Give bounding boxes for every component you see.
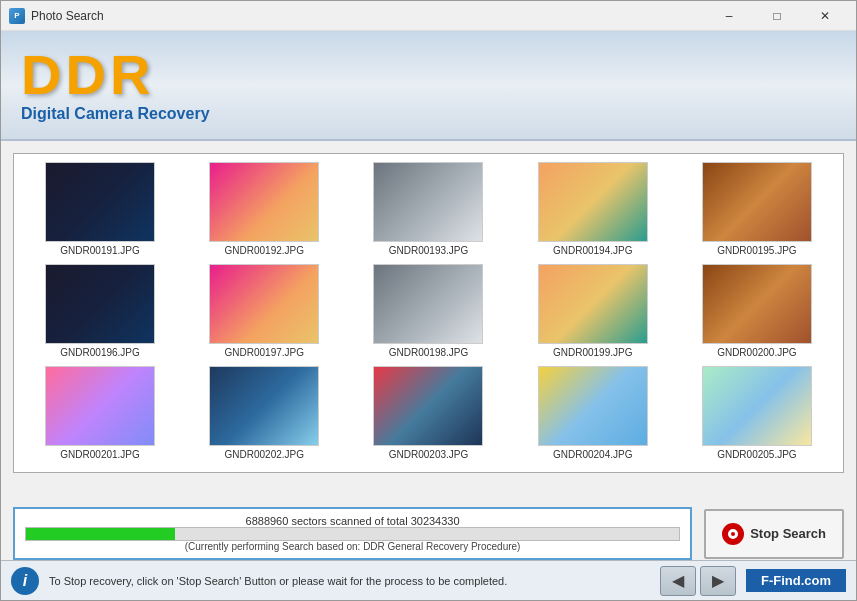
photo-thumbnail [702, 264, 812, 344]
stop-search-button[interactable]: Stop Search [704, 509, 844, 559]
progress-section: 6888960 sectors scanned of total 3023433… [13, 507, 692, 560]
photo-filename: GNDR00204.JPG [553, 449, 632, 460]
logo-area: DDR Digital Camera Recovery [21, 47, 210, 123]
photo-thumbnail [702, 366, 812, 446]
photo-item[interactable]: GNDR00193.JPG [350, 162, 506, 256]
photo-thumbnail [45, 366, 155, 446]
photo-filename: GNDR00203.JPG [389, 449, 468, 460]
stop-icon [722, 523, 744, 545]
photo-item[interactable]: GNDR00205.JPG [679, 366, 835, 460]
photo-item[interactable]: GNDR00198.JPG [350, 264, 506, 358]
photo-thumbnail [538, 366, 648, 446]
photo-item[interactable]: GNDR00191.JPG [22, 162, 178, 256]
photo-grid-container[interactable]: GNDR00191.JPGGNDR00192.JPGGNDR00193.JPGG… [13, 153, 844, 473]
minimize-button[interactable]: – [706, 1, 752, 31]
photo-filename: GNDR00199.JPG [553, 347, 632, 358]
photo-thumbnail [373, 366, 483, 446]
photo-thumbnail [373, 264, 483, 344]
photo-item[interactable]: GNDR00192.JPG [186, 162, 342, 256]
photo-item[interactable]: GNDR00204.JPG [515, 366, 671, 460]
next-button[interactable]: ▶ [700, 566, 736, 596]
photo-filename: GNDR00192.JPG [225, 245, 304, 256]
photo-thumbnail [209, 366, 319, 446]
logo-subtitle: Digital Camera Recovery [21, 105, 210, 123]
status-bar: i To Stop recovery, click on 'Stop Searc… [1, 560, 856, 600]
progress-bar-fill [26, 528, 175, 540]
controls-row: 6888960 sectors scanned of total 3023433… [13, 507, 844, 560]
maximize-button[interactable]: □ [754, 1, 800, 31]
app-header: DDR Digital Camera Recovery [1, 31, 856, 141]
photo-thumbnail [209, 162, 319, 242]
photo-item[interactable]: GNDR00201.JPG [22, 366, 178, 460]
progress-bar-container [25, 527, 680, 541]
status-message: To Stop recovery, click on 'Stop Search'… [49, 575, 650, 587]
photo-filename: GNDR00201.JPG [60, 449, 139, 460]
photo-item[interactable]: GNDR00200.JPG [679, 264, 835, 358]
photo-thumbnail [702, 162, 812, 242]
app-icon: P [9, 8, 25, 24]
photo-filename: GNDR00191.JPG [60, 245, 139, 256]
progress-text: 6888960 sectors scanned of total 3023433… [25, 515, 680, 527]
photo-item[interactable]: GNDR00195.JPG [679, 162, 835, 256]
photo-filename: GNDR00198.JPG [389, 347, 468, 358]
window-controls: – □ ✕ [706, 1, 848, 31]
photo-grid: GNDR00191.JPGGNDR00192.JPGGNDR00193.JPGG… [22, 162, 835, 460]
photo-item[interactable]: GNDR00196.JPG [22, 264, 178, 358]
photo-thumbnail [45, 162, 155, 242]
photo-thumbnail [209, 264, 319, 344]
title-bar: P Photo Search – □ ✕ [1, 1, 856, 31]
progress-subtext: (Currently performing Search based on: D… [25, 541, 680, 552]
photo-filename: GNDR00193.JPG [389, 245, 468, 256]
photo-filename: GNDR00205.JPG [717, 449, 796, 460]
window-title: Photo Search [31, 9, 706, 23]
photo-item[interactable]: GNDR00202.JPG [186, 366, 342, 460]
photo-filename: GNDR00194.JPG [553, 245, 632, 256]
photo-thumbnail [373, 162, 483, 242]
ffind-badge: F-Find.com [746, 569, 846, 592]
main-content: GNDR00191.JPGGNDR00192.JPGGNDR00193.JPGG… [1, 141, 856, 507]
photo-item[interactable]: GNDR00203.JPG [350, 366, 506, 460]
photo-thumbnail [538, 264, 648, 344]
photo-thumbnail [538, 162, 648, 242]
close-button[interactable]: ✕ [802, 1, 848, 31]
stop-icon-inner [728, 529, 738, 539]
photo-thumbnail [45, 264, 155, 344]
photo-filename: GNDR00195.JPG [717, 245, 796, 256]
nav-buttons: ◀ ▶ [660, 566, 736, 596]
photo-item[interactable]: GNDR00194.JPG [515, 162, 671, 256]
photo-filename: GNDR00196.JPG [60, 347, 139, 358]
photo-filename: GNDR00197.JPG [225, 347, 304, 358]
photo-filename: GNDR00200.JPG [717, 347, 796, 358]
stop-search-label: Stop Search [750, 526, 826, 541]
photo-item[interactable]: GNDR00199.JPG [515, 264, 671, 358]
logo-ddr: DDR [21, 47, 210, 103]
info-icon: i [11, 567, 39, 595]
photo-filename: GNDR00202.JPG [225, 449, 304, 460]
photo-item[interactable]: GNDR00197.JPG [186, 264, 342, 358]
back-button[interactable]: ◀ [660, 566, 696, 596]
